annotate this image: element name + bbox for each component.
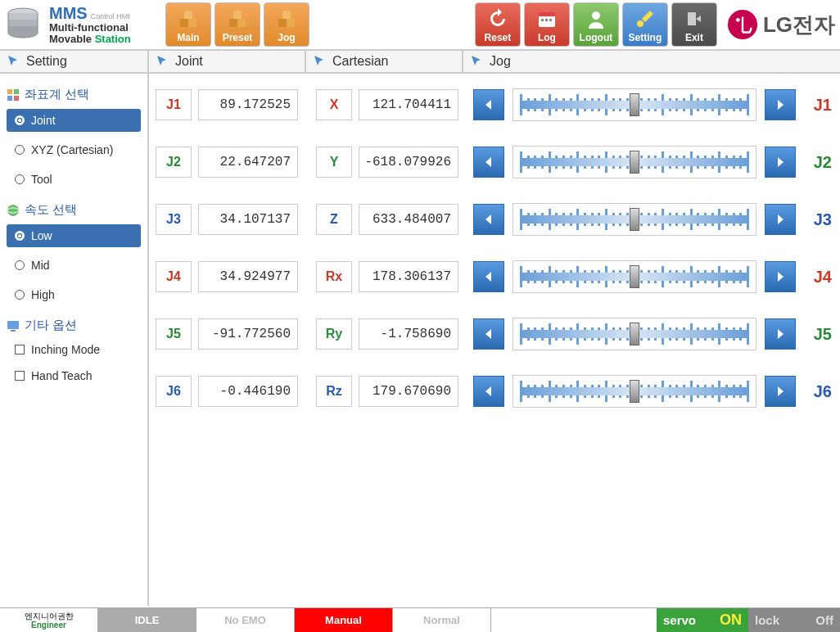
svg-rect-7 xyxy=(278,19,287,27)
coord-xyz-radio[interactable]: XYZ (Cartesian) xyxy=(7,138,141,161)
svg-rect-21 xyxy=(14,89,19,94)
logout-button[interactable]: Logout xyxy=(573,2,619,47)
jog-J2-left[interactable] xyxy=(473,147,504,178)
jog-J1-left[interactable] xyxy=(473,89,504,120)
servo-status[interactable]: servoON xyxy=(657,608,748,632)
tools-icon xyxy=(634,7,657,30)
main-button[interactable]: Main xyxy=(165,2,211,47)
grid-icon xyxy=(7,88,20,102)
database-icon xyxy=(5,5,44,44)
cart-Rz-button[interactable]: Rz xyxy=(316,376,352,407)
jog-button[interactable]: Jog xyxy=(264,2,309,47)
reset-button[interactable]: Reset xyxy=(475,2,521,47)
jog-J4-right[interactable] xyxy=(765,261,796,292)
joint-J6-button[interactable]: J6 xyxy=(156,376,192,407)
joint-J1-button[interactable]: J1 xyxy=(156,89,192,120)
joint-J4-button[interactable]: J4 xyxy=(156,261,192,292)
svg-rect-11 xyxy=(539,12,555,16)
jog-J5-left[interactable] xyxy=(473,318,504,350)
globe-icon xyxy=(7,204,20,217)
preset-button[interactable]: Preset xyxy=(215,2,260,47)
jog-J3-left[interactable] xyxy=(473,204,504,235)
joint-J2-button[interactable]: J2 xyxy=(156,147,192,178)
jog-J3-slider[interactable] xyxy=(513,203,756,236)
mode-status: Manual xyxy=(295,608,393,632)
cart-Rx-button[interactable]: Rx xyxy=(316,261,352,292)
coord-group-title: 좌표계 선택 xyxy=(7,87,141,102)
cursor-icon xyxy=(313,54,327,69)
joint-J5-button[interactable]: J5 xyxy=(156,318,192,350)
svg-rect-13 xyxy=(545,19,548,21)
jog-J4-slider[interactable] xyxy=(513,260,756,293)
svg-rect-12 xyxy=(541,19,544,21)
svg-rect-22 xyxy=(7,96,12,101)
cart-Z-button[interactable]: Z xyxy=(316,204,352,235)
cart-Rx-value: 178.306137 xyxy=(359,261,458,292)
lg-logo: LG전자 xyxy=(727,9,835,40)
header: MMSControl HMI Multi-functional Movable … xyxy=(0,0,840,51)
cart-Y-button[interactable]: Y xyxy=(316,147,352,178)
cart-Rz-value: 179.670690 xyxy=(359,376,458,407)
svg-rect-1 xyxy=(180,19,188,27)
jog-J2-label: J2 xyxy=(804,153,832,172)
svg-rect-2 xyxy=(188,19,196,27)
handteach-checkbox[interactable]: Hand Teach xyxy=(7,366,141,386)
jog-J3-right[interactable] xyxy=(765,204,796,235)
joint-J3-button[interactable]: J3 xyxy=(156,204,192,235)
boxes-icon xyxy=(177,7,200,30)
jog-J6-right[interactable] xyxy=(765,376,796,407)
emo-status: No EMO xyxy=(196,608,295,632)
coord-joint-radio[interactable]: Joint xyxy=(7,109,141,132)
exit-button[interactable]: Exit xyxy=(671,2,717,47)
svg-rect-17 xyxy=(688,12,696,25)
speed-mid-radio[interactable]: Mid xyxy=(7,254,141,277)
joint-J3-value: 34.107137 xyxy=(198,204,298,235)
mms-line2: Multi-functional xyxy=(49,22,131,34)
jog-column: J1J2J3J4J5J6 xyxy=(465,74,840,606)
jog-J5-right[interactable] xyxy=(765,318,796,350)
jog-J6-slider[interactable] xyxy=(513,375,756,408)
jog-J6-left[interactable] xyxy=(473,376,504,407)
jog-J3-label: J3 xyxy=(804,210,832,229)
lg-text: LG전자 xyxy=(763,11,835,39)
jog-J4-left[interactable] xyxy=(473,261,504,292)
speed-high-radio[interactable]: High xyxy=(7,283,141,306)
section-jog: Jog xyxy=(463,51,840,72)
jog-J5-slider[interactable] xyxy=(513,318,756,350)
refresh-icon xyxy=(486,7,509,30)
cart-Ry-button[interactable]: Ry xyxy=(316,318,352,350)
mms-movable: Movable xyxy=(49,33,92,45)
cart-Z-value: 633.484007 xyxy=(359,204,458,235)
svg-point-15 xyxy=(592,11,600,20)
value-columns: J189.172525X121.704411J222.647207Y-618.0… xyxy=(149,74,465,606)
svg-point-19 xyxy=(736,18,740,22)
cart-X-button[interactable]: X xyxy=(316,89,352,120)
lock-status[interactable]: lockOff xyxy=(748,608,840,632)
calendar-icon xyxy=(535,7,558,30)
speed-low-radio[interactable]: Low xyxy=(7,224,141,247)
cursor-icon xyxy=(7,54,21,69)
cursor-icon xyxy=(470,54,485,69)
svg-rect-3 xyxy=(184,11,192,19)
section-headers: Setting Joint Cartesian Jog xyxy=(0,51,840,74)
jog-J2-right[interactable] xyxy=(765,147,796,178)
sidebar: 좌표계 선택 Joint XYZ (Cartesian) Tool 속도 선택 … xyxy=(0,74,149,606)
jog-J1-right[interactable] xyxy=(765,89,796,120)
section-joint: Joint xyxy=(149,51,306,72)
normal-status: Normal xyxy=(393,608,491,632)
svg-rect-14 xyxy=(549,19,552,21)
mms-subtitle: Control HMI xyxy=(91,12,130,20)
joint-J5-value: -91.772560 xyxy=(198,318,298,350)
svg-rect-8 xyxy=(287,19,295,27)
jog-J2-slider[interactable] xyxy=(513,146,756,178)
jog-J6-label: J6 xyxy=(804,382,832,401)
cart-Ry-value: -1.758690 xyxy=(359,318,458,350)
jog-J1-slider[interactable] xyxy=(513,88,756,121)
idle-status: IDLE xyxy=(98,608,196,632)
boxes-icon xyxy=(275,7,298,30)
cursor-icon xyxy=(156,54,170,69)
inching-checkbox[interactable]: Inching Mode xyxy=(7,340,141,359)
coord-tool-radio[interactable]: Tool xyxy=(7,168,141,191)
log-button[interactable]: Log xyxy=(524,2,570,47)
setting-button[interactable]: Setting xyxy=(622,2,668,47)
